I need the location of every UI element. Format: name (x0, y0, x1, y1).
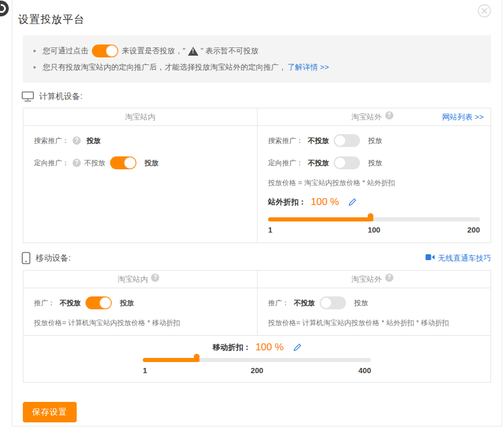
tick-mid: 200 (251, 366, 263, 375)
mobile-table: 淘宝站内 淘宝站外 推广： 不投放 投放 投放价格= 计算机淘宝站内投放价格 *… (23, 270, 491, 383)
slider-track[interactable] (268, 217, 480, 221)
discount-value: 100 % (255, 342, 283, 353)
help-icon[interactable] (73, 136, 81, 145)
toggle-example-icon (92, 45, 118, 57)
toggle-knob (334, 135, 346, 146)
toggle-off-label: 不投放 (60, 298, 81, 308)
header-label: 淘宝站内 (125, 112, 156, 121)
targeted-promo-row: 定向推广： 不投放 投放 (268, 156, 480, 170)
bullet-icon (33, 66, 36, 69)
field-label: 定向推广： (268, 158, 303, 168)
discount-value: 100 % (311, 196, 339, 208)
mobile-offsite-toggle[interactable] (320, 296, 346, 309)
mobile-discount-row: 移动折扣： 100 % (23, 342, 491, 353)
slider-fill (268, 217, 373, 221)
site-list-link[interactable]: 网站列表 >> (442, 108, 484, 125)
mobile-onsite-cell: 推广： 不投放 投放 投放价格= 计算机淘宝站内投放价格 * 移动折扣 (23, 288, 257, 335)
mobile-onsite-header: 淘宝站内 (23, 271, 257, 288)
toggle-knob (124, 157, 136, 169)
toggle-off-label: 不投放 (294, 298, 315, 308)
close-icon[interactable] (478, 4, 491, 18)
notice-line-1: 您可通过点击 来设置是否投放，" " 表示暂不可投放 (32, 43, 482, 59)
mobile-section-heading: 移动设备: 无线直通车技巧 (22, 252, 491, 264)
notice-text: 您可通过点击 (43, 46, 88, 56)
targeted-promo-row: 定向推广： 不投放 投放 (34, 156, 246, 170)
toggle-on-label: 投放 (145, 158, 159, 168)
promo-row: 推广： 不投放 投放 (268, 296, 480, 310)
discount-label: 移动折扣： (212, 342, 251, 353)
field-label: 推广： (34, 298, 55, 308)
onsite-targeted-toggle[interactable] (110, 156, 136, 169)
computer-onsite-header: 淘宝站内 (23, 108, 257, 126)
help-icon[interactable] (151, 274, 159, 282)
video-icon (426, 254, 435, 262)
mobile-onsite-formula: 投放价格= 计算机淘宝站内投放价格 * 移动折扣 (34, 318, 246, 328)
save-button[interactable]: 保存设置 (23, 402, 77, 422)
toggle-knob (334, 157, 346, 169)
slider-handle[interactable] (194, 354, 200, 360)
help-icon[interactable] (385, 274, 393, 282)
edit-pencil-icon[interactable] (348, 198, 356, 206)
mobile-offsite-header: 淘宝站外 (257, 271, 491, 288)
offsite-discount-row: 站外折扣： 100 % (268, 196, 480, 208)
field-label: 搜索推广： (34, 136, 69, 146)
header-label: 淘宝站外 (351, 275, 382, 284)
toggle-knob (106, 45, 118, 57)
learn-more-link[interactable]: 了解详情 >> (287, 62, 329, 73)
field-value: 投放 (87, 136, 101, 146)
help-icon[interactable] (73, 159, 81, 167)
computer-section-label: 计算机设备: (39, 91, 83, 102)
tick-max: 400 (358, 366, 371, 375)
offsite-search-toggle[interactable] (334, 134, 360, 147)
search-promo-row: 搜索推广： 不投放 投放 (268, 134, 480, 148)
edit-pencil-icon[interactable] (293, 343, 301, 351)
promo-row: 推广： 不投放 投放 (34, 296, 246, 310)
notice-text: " 表示暂不可投放 (201, 46, 259, 56)
slider-fill (143, 358, 200, 362)
tick-mid: 100 (368, 226, 380, 234)
toggle-off-label: 不投放 (308, 158, 329, 168)
phone-icon (22, 252, 30, 264)
mobile-discount-section: 移动折扣： 100 % 1 200 400 (23, 335, 491, 382)
field-label: 搜索推广： (268, 136, 303, 146)
bullet-icon (33, 50, 36, 52)
slider-track[interactable] (143, 358, 371, 362)
toggle-on-label: 投放 (120, 298, 134, 308)
computer-onsite-cell: 搜索推广： 投放 定向推广： 不投放 投放 (23, 126, 257, 243)
mobile-section-label: 移动设备: (36, 253, 71, 264)
toggle-on-label: 投放 (368, 136, 382, 146)
monitor-icon (22, 91, 34, 102)
placement-settings-dialog: 设置投放平台 您可通过点击 来设置是否投放，" " 表示暂不可投放 您只有投放淘… (12, 0, 502, 426)
mobile-onsite-toggle[interactable] (85, 296, 112, 309)
help-bubble-icon (0, 1, 9, 16)
tick-min: 1 (268, 226, 272, 234)
tick-min: 1 (143, 366, 147, 375)
field-label: 定向推广： (34, 158, 69, 168)
offsite-price-formula: 投放价格 = 淘宝站内投放价格 * 站外折扣 (268, 178, 480, 188)
mobile-offsite-formula: 投放价格= 计算机淘宝站内投放价格 * 站外折扣 * 移动折扣 (268, 318, 480, 328)
wireless-tips-link[interactable]: 无线直通车技巧 (426, 253, 491, 264)
page-title: 设置投放平台 (18, 12, 491, 26)
search-promo-row: 搜索推广： 投放 (34, 134, 246, 148)
offsite-discount-slider[interactable]: 1 100 200 (268, 217, 480, 237)
header-label: 淘宝站内 (118, 275, 148, 284)
slider-ticks: 1 200 400 (143, 366, 371, 378)
mobile-table-body: 推广： 不投放 投放 投放价格= 计算机淘宝站内投放价格 * 移动折扣 推广： … (23, 288, 491, 335)
warning-triangle-icon (188, 47, 198, 56)
toggle-on-label: 投放 (354, 298, 368, 308)
toggle-off-label: 不投放 (308, 136, 329, 146)
notice-text: 来设置是否投放，" (122, 46, 186, 56)
toggle-knob (100, 297, 111, 309)
computer-table-body: 搜索推广： 投放 定向推广： 不投放 投放 搜索推广： 不投放 投放 (23, 126, 491, 243)
help-icon[interactable] (385, 111, 393, 120)
notice-line-2: 您只有投放淘宝站内的定向推广后，才能选择投放淘宝站外的定向推广， 了解详情 >> (32, 59, 482, 76)
offsite-targeted-toggle[interactable] (334, 156, 360, 169)
notice-text: 您只有投放淘宝站内的定向推广后，才能选择投放淘宝站外的定向推广， (43, 62, 286, 73)
tick-max: 200 (467, 226, 480, 234)
mobile-discount-slider[interactable]: 1 200 400 (143, 358, 371, 378)
computer-table: 淘宝站内 淘宝站外 网站列表 >> 搜索推广： 投放 定向推广： 不投放 (23, 108, 491, 243)
header-label: 淘宝站外 (351, 112, 382, 121)
computer-table-header: 淘宝站内 淘宝站外 网站列表 >> (23, 108, 491, 126)
computer-section-heading: 计算机设备: (22, 91, 491, 102)
mobile-table-header: 淘宝站内 淘宝站外 (23, 271, 491, 288)
